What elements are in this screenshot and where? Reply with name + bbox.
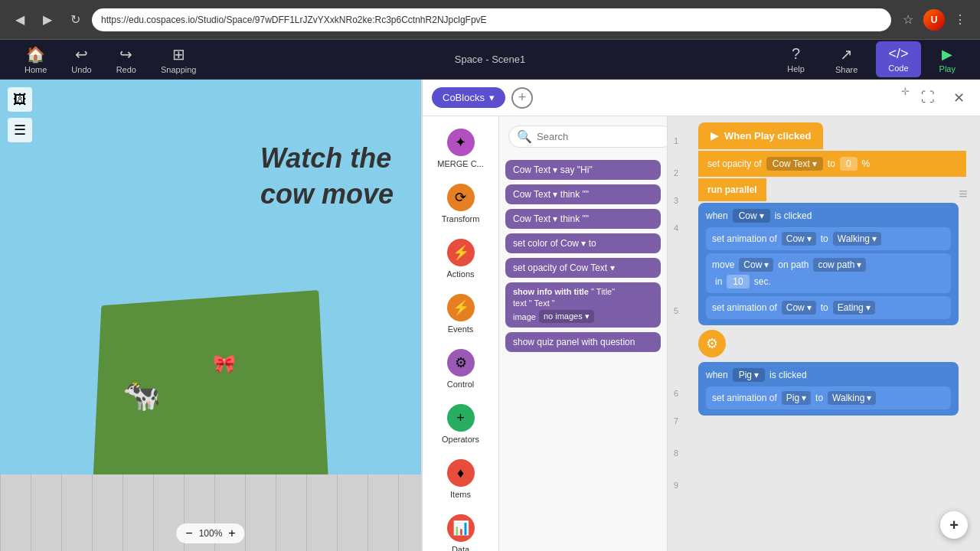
block-palette: ✦ MERGE C... ⟳ Transform ⚡ Actions ⚡ Eve…	[423, 116, 499, 551]
block-item-think1[interactable]: Cow Text ▾ think ""	[505, 184, 661, 204]
list-icon[interactable]: ☰	[8, 118, 32, 142]
cow-anim2-dropdown[interactable]: Cow ▾	[782, 301, 816, 315]
palette-item-transform[interactable]: ⟳ Transform	[427, 178, 495, 230]
pig-walking-dropdown[interactable]: Walking ▾	[828, 391, 876, 405]
palette-item-merge[interactable]: ✦ MERGE C...	[427, 122, 495, 174]
palette-label-actions: Actions	[446, 269, 474, 279]
palette-item-data[interactable]: 📊 Data	[427, 508, 495, 551]
pig-dropdown[interactable]: Pig ▾	[733, 368, 765, 382]
cow-dropdown-1[interactable]: Cow ▾	[733, 209, 770, 223]
block-item-opacity[interactable]: set opacity of Cow Text ▾	[505, 258, 661, 278]
viewport-controls: − 100% +	[176, 523, 244, 543]
panel-header-right: ✛ ⛶ ✕	[901, 86, 971, 110]
fullscreen-button[interactable]: ⛶	[916, 86, 940, 110]
address-bar[interactable]: https://edu.cospaces.io/Studio/Space/97w…	[92, 8, 891, 31]
line-num-9: 9	[674, 471, 678, 499]
move-seconds-input[interactable]: 10	[727, 275, 749, 289]
block-item-quiz[interactable]: show quiz panel with question	[505, 332, 661, 352]
main-area: 🖼 ☰ 🐄 🎀 Watch the cow move − 100% + CoBl…	[0, 80, 980, 551]
palette-item-events[interactable]: ⚡ Events	[427, 288, 495, 340]
help-icon: ?	[792, 45, 800, 63]
line-num-6: 6	[674, 380, 678, 407]
pig-anim-dropdown[interactable]: Pig ▾	[782, 391, 811, 405]
panel-header: CoBlocks ▾ + ✛ ⛶ ✕	[423, 80, 980, 116]
menu-icon[interactable]: ⋮	[949, 9, 971, 31]
canvas-inner: 1 2 3 4 5 6 7 8 9	[668, 116, 980, 422]
snapping-button[interactable]: ⊞ Snapping	[149, 41, 209, 79]
back-button[interactable]: ◀	[9, 9, 31, 31]
url-text: https://edu.cospaces.io/Studio/Space/97w…	[101, 15, 882, 25]
line-num-8: 8	[674, 435, 678, 471]
trigger-when-play[interactable]: ▶ When Play clicked	[698, 122, 823, 149]
equals-icon[interactable]: ≡	[959, 185, 968, 203]
block-item-color[interactable]: set color of Cow ▾ to	[505, 233, 661, 253]
undo-button[interactable]: ↩ Undo	[59, 41, 103, 79]
merge-icon: ✦	[447, 129, 475, 156]
set-anim-walking-block[interactable]: set animation of Cow ▾ to Walking ▾	[706, 227, 951, 250]
run-parallel-label[interactable]: run parallel	[698, 178, 766, 201]
eating-dropdown[interactable]: Eating ▾	[833, 301, 875, 315]
block-item-showinfo[interactable]: show info with title " Title" text " Tex…	[505, 282, 661, 328]
settings-gear-button[interactable]: ⚙	[698, 330, 726, 357]
block-list-top: 🔍 «	[499, 116, 667, 154]
zoom-in-button[interactable]: +	[228, 527, 235, 540]
cursor-icon: ✛	[901, 86, 910, 110]
undo-icon: ↩	[75, 45, 88, 64]
block-label-think2: Cow Text ▾ think ""	[513, 214, 589, 224]
block-label-color: set color of Cow ▾ to	[513, 238, 596, 249]
forward-button[interactable]: ▶	[37, 9, 58, 31]
palette-item-control[interactable]: ⚙ Control	[427, 343, 495, 395]
block-item-say[interactable]: Cow Text ▾ say "Hi"	[505, 160, 661, 180]
pig-click-group: when Pig ▾ is clicked set animation of	[698, 362, 959, 416]
cow-text-dropdown-opacity[interactable]: Cow Text ▾	[766, 157, 823, 171]
move-cow-dropdown[interactable]: Cow ▾	[739, 258, 773, 272]
close-panel-button[interactable]: ✕	[946, 86, 971, 110]
zoom-out-button[interactable]: −	[185, 527, 192, 540]
redo-button[interactable]: ↪ Redo	[104, 41, 149, 79]
set-anim-eating-block[interactable]: set animation of Cow ▾ to Eating ▾	[706, 296, 951, 319]
search-icon: 🔍	[517, 129, 532, 144]
transform-icon: ⟳	[447, 184, 475, 211]
move-block[interactable]: move Cow ▾ on path cow path ▾	[706, 253, 951, 293]
move-path-dropdown[interactable]: cow path ▾	[813, 258, 866, 272]
help-button[interactable]: ? Help	[775, 41, 817, 78]
play-button[interactable]: ▶ Play	[927, 41, 968, 78]
avatar[interactable]: U	[923, 9, 945, 31]
toolbar-right: ? Help ↗ Share </> Code ▶ Play	[775, 41, 968, 79]
search-input[interactable]	[537, 131, 665, 142]
line-num-3: 3	[674, 187, 678, 214]
star-icon[interactable]: ☆	[897, 9, 919, 31]
add-tab-button[interactable]: +	[511, 87, 533, 109]
walking-dropdown[interactable]: Walking ▾	[833, 232, 881, 246]
palette-label-transform: Transform	[442, 214, 480, 223]
zoom-level: 100%	[199, 528, 223, 539]
redo-icon: ↪	[119, 45, 132, 64]
control-icon: ⚙	[447, 349, 475, 377]
home-button[interactable]: 🏠 Home	[12, 41, 59, 79]
pink-object: 🎀	[213, 354, 236, 375]
palette-label-items: Items	[450, 490, 471, 499]
cow-anim-dropdown[interactable]: Cow ▾	[782, 232, 816, 246]
palette-item-actions[interactable]: ⚡ Actions	[427, 233, 495, 285]
set-anim-pig-block[interactable]: set animation of Pig ▾ to Walking ▾	[706, 386, 951, 409]
block-item-think2[interactable]: Cow Text ▾ think ""	[505, 209, 661, 229]
image-icon[interactable]: 🖼	[8, 87, 32, 112]
line-num-1: 1	[674, 122, 678, 159]
palette-label-operators: Operators	[442, 435, 479, 444]
play-trigger-icon: ▶	[710, 130, 718, 142]
browser-chrome: ◀ ▶ ↻ https://edu.cospaces.io/Studio/Spa…	[0, 0, 980, 40]
set-opacity-block[interactable]: set opacity of Cow Text ▾ to 0 %	[698, 151, 966, 177]
opacity-value[interactable]: 0	[840, 157, 858, 171]
canvas-zoom-fab[interactable]: +	[940, 511, 968, 539]
code-button[interactable]: </> Code	[876, 41, 920, 77]
coblocks-button[interactable]: CoBlocks ▾	[432, 87, 505, 108]
palette-item-operators[interactable]: + Operators	[427, 398, 495, 450]
chevron-icon: ▾	[760, 210, 764, 221]
actions-icon: ⚡	[447, 239, 475, 266]
line-num-7: 7	[674, 407, 678, 435]
search-bar[interactable]: 🔍	[508, 126, 668, 148]
share-button[interactable]: ↗ Share	[823, 41, 870, 79]
viewport[interactable]: 🖼 ☰ 🐄 🎀 Watch the cow move − 100% +	[0, 80, 421, 551]
refresh-button[interactable]: ↻	[64, 9, 86, 31]
palette-item-items[interactable]: ♦ Items	[427, 453, 495, 505]
